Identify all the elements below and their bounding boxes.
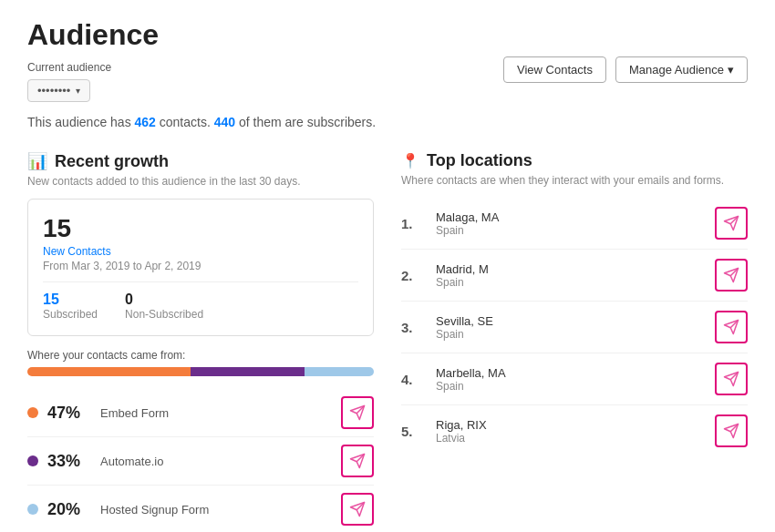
recent-growth-panel: 📊 Recent growth New contacts added to th… [27,151,374,532]
automate-send-button[interactable] [341,445,374,477]
location-info-1: Malaga, MA Spain [436,210,702,237]
location-info-5: Riga, RIX Latvia [436,418,702,445]
non-subscribed-number: 0 [125,292,203,308]
location-info-3: Sevilla, SE Spain [436,314,702,341]
contacts-count: 462 [135,115,156,129]
hosted-dot [27,504,38,515]
location-1-send-button[interactable] [715,207,748,240]
location-city-2: Madrid, M [436,262,702,276]
source-bar [27,367,374,376]
send-icon [349,501,366,517]
send-icon [723,423,739,439]
location-4-send-button[interactable] [715,363,748,395]
bar-chart-icon: 📊 [27,151,47,171]
location-item: 3. Sevilla, SE Spain [401,302,748,353]
location-item: 2. Madrid, M Spain [401,250,748,302]
location-item: 5. Riga, RIX Latvia [401,405,748,456]
chevron-down-icon: ▾ [76,86,80,96]
top-locations-subtitle: Where contacts are when they interact wi… [401,174,748,187]
location-city-4: Marbella, MA [436,366,702,380]
location-num-1: 1. [401,216,423,231]
recent-growth-subtitle: New contacts added to this audience in t… [27,175,374,188]
subscribers-count: 440 [214,115,235,129]
location-country-5: Latvia [436,432,702,445]
current-audience-label: Current audience [27,61,503,74]
subscribed-number: 15 [43,292,98,308]
send-icon [349,404,366,421]
location-country-1: Spain [436,224,702,237]
hosted-bar [305,367,374,376]
subscribed-stat: 15 Subscribed [43,292,98,321]
location-2-send-button[interactable] [715,259,748,292]
send-icon [723,215,739,231]
date-range: From Mar 3, 2019 to Apr 2, 2019 [43,260,358,272]
non-subscribed-stat: 0 Non-Subscribed [125,292,203,321]
source-item: 33% Automate.io [27,437,374,486]
hosted-send-button[interactable] [341,493,374,526]
non-subscribed-label: Non-Subscribed [125,308,203,321]
location-city-1: Malaga, MA [436,210,702,224]
location-city-3: Sevilla, SE [436,314,702,328]
send-icon [723,319,739,335]
embed-form-dot [27,407,38,418]
audience-dropdown-value: •••••••• [37,84,70,97]
chevron-down-icon: ▾ [728,63,734,77]
automate-name: Automate.io [100,455,332,468]
location-info-2: Madrid, M Spain [436,262,702,289]
send-icon [723,371,739,387]
location-item: 4. Marbella, MA Spain [401,353,748,405]
location-country-4: Spain [436,380,702,393]
send-icon [349,453,366,469]
top-locations-title: Top locations [427,151,532,170]
location-country-3: Spain [436,328,702,341]
embed-form-bar [27,367,191,376]
automate-pct: 33% [47,452,91,471]
automate-bar [191,367,305,376]
audience-summary: This audience has 462 contacts. 440 of t… [27,115,503,129]
new-contacts-number: 15 [43,214,358,243]
embed-form-pct: 47% [47,404,91,423]
source-label: Where your contacts came from: [27,349,374,362]
location-num-2: 2. [401,268,423,283]
location-5-send-button[interactable] [715,414,748,447]
hosted-name: Hosted Signup Form [100,503,332,517]
location-info-4: Marbella, MA Spain [436,366,702,393]
recent-growth-title: Recent growth [55,152,169,171]
automate-dot [27,455,38,466]
audience-dropdown[interactable]: •••••••• ▾ [27,79,90,102]
location-num-5: 5. [401,424,423,439]
page-title: Audience [27,18,503,52]
view-contacts-button[interactable]: View Contacts [503,56,606,83]
location-city-5: Riga, RIX [436,418,702,432]
embed-form-send-button[interactable] [341,396,374,429]
top-locations-panel: 📍 Top locations Where contacts are when … [401,151,748,532]
growth-card: 15 New Contacts From Mar 3, 2019 to Apr … [27,199,374,336]
source-item: 20% Hosted Signup Form [27,486,374,532]
manage-audience-button[interactable]: Manage Audience ▾ [615,56,748,83]
send-icon [723,267,739,283]
location-num-3: 3. [401,320,423,335]
new-contacts-label: New Contacts [43,245,358,258]
subscribed-label: Subscribed [43,308,98,321]
location-3-send-button[interactable] [715,311,748,343]
location-item: 1. Malaga, MA Spain [401,198,748,250]
hosted-pct: 20% [47,500,91,519]
location-country-2: Spain [436,276,702,289]
source-item: 47% Embed Form [27,389,374,437]
embed-form-name: Embed Form [100,406,332,420]
pin-icon: 📍 [401,152,419,169]
location-num-4: 4. [401,372,423,387]
